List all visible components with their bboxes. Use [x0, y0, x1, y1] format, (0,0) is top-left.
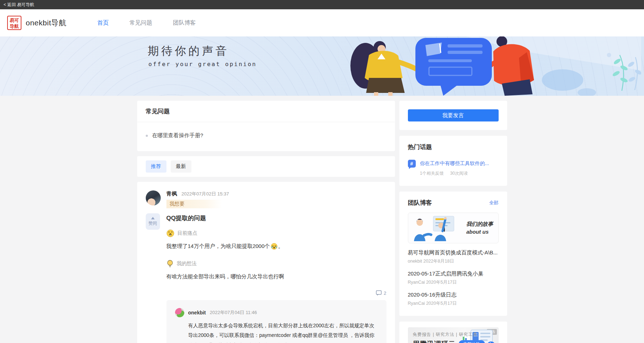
ad-product-name: 用腾讯调研云 — [413, 339, 456, 343]
speak-card: 我要发言 — [399, 101, 507, 130]
comment-count[interactable]: 2 — [166, 290, 386, 296]
upvote-button[interactable]: 赞同 — [146, 213, 160, 230]
blog-item-title[interactable]: 2020-05-17正式启用腾讯兔小巢 — [408, 270, 499, 277]
faq-body: 在哪里查看操作手册? — [137, 122, 395, 151]
pain-section-label: 目前痛点 — [166, 229, 386, 237]
blog-item[interactable]: 2020-05-16升级日志 RyanCai 2020年5月17日 — [408, 292, 499, 307]
idea-section-label: 我的想法 — [166, 260, 386, 268]
nav-item-home[interactable]: 首页 — [97, 19, 109, 27]
right-column: 我要发言 热门话题 # 你在工作中有哪些工具软件的... 1个相关反馈 30次阅… — [399, 101, 507, 343]
banner-subtitle: offer your great opinion — [149, 61, 257, 68]
logo-line-2: 导航 — [8, 23, 21, 29]
blog-item-meta: RyanCai 2020年5月17日 — [408, 300, 499, 307]
blog-item-meta: onekbit 2022年8月18日 — [408, 258, 499, 264]
team-blog-card: 团队博客 全部 — [399, 192, 507, 316]
nav-item-faq[interactable]: 常见问题 — [129, 19, 152, 27]
comment-count-value: 2 — [384, 290, 386, 296]
left-column: 常见问题 在哪里查看操作手册? 推荐 最新 青枫 — [137, 101, 395, 343]
ad-tagline: 免费报告 | 研究方法 | 研究工具 — [413, 332, 485, 338]
blog-item-title[interactable]: 易可导航网首页切换成百度模式-A\B... — [408, 249, 499, 256]
ad-text: 免费报告 | 研究方法 | 研究工具 用腾讯调研云 立即体验 — [413, 332, 485, 343]
bullet-dot-icon — [146, 135, 148, 137]
reply-header: onekbit 2022年07月04日 11:46 — [175, 308, 378, 317]
blog-item-title[interactable]: 2020-05-16升级日志 — [408, 292, 499, 298]
blog-item[interactable]: 易可导航网首页切换成百度模式-A\B... onekbit 2022年8月18日 — [408, 249, 499, 264]
topic-text[interactable]: 你在工作中有哪些工具软件的... — [420, 160, 489, 167]
faq-item-text: 在哪里查看操作手册? — [152, 132, 203, 139]
post-content: QQ提取的问题 目前痛点 我整理了 — [166, 213, 386, 343]
post-author-avatar[interactable] — [146, 190, 161, 205]
comment-bubble-icon — [376, 290, 382, 296]
post-author-name[interactable]: 青枫 — [166, 190, 177, 197]
reply-date: 2022年07月04日 11:46 — [210, 309, 257, 316]
upvote-label: 赞同 — [149, 220, 157, 227]
post-category-tag: 我想要 — [166, 200, 222, 208]
idea-label-text: 我的想法 — [177, 260, 197, 267]
blog-all-link[interactable]: 全部 — [489, 200, 499, 206]
idea-text-main: 有啥方法能全部导出来吗，哪怕分几次导出也行啊 — [166, 273, 284, 280]
reply-author-avatar[interactable] — [175, 308, 184, 317]
hot-topics-card: 热门话题 # 你在工作中有哪些工具软件的... 1个相关反馈 30次阅读 — [399, 136, 507, 186]
hero-banner: 期待你的声音 offer your great opinion — [0, 36, 644, 96]
back-link[interactable]: < 返回 易可导航 — [4, 2, 34, 8]
post-author-block: 青枫 2022年07月02日 15:37 我想要 — [166, 190, 229, 208]
blog-banner-image[interactable]: 我们的故事 about us — [408, 213, 499, 243]
post-card: 青枫 2022年07月02日 15:37 我想要 赞同 QQ提 — [137, 182, 395, 343]
ad-card: 广告 — [399, 322, 507, 343]
feed-tabs-card: 推荐 最新 — [137, 156, 395, 177]
topic-read-count: 30次阅读 — [450, 170, 468, 177]
reply-text: 有人恶意导出太多会导致系统宕机，目前大部分群上线在2000左右，所以就规定单次导… — [188, 321, 378, 343]
nav-item-blog[interactable]: 团队博客 — [173, 19, 196, 27]
pain-text: 我整理了14万个用户，为啥只能提取2000个 。 — [166, 243, 386, 250]
ad-banner[interactable]: 广告 — [408, 327, 499, 343]
about-us-text: 我们的故事 about us — [466, 220, 493, 236]
faq-item[interactable]: 在哪里查看操作手册? — [146, 132, 386, 139]
about-us-illustration — [411, 215, 457, 241]
faq-title: 常见问题 — [137, 101, 395, 122]
hot-topics-title: 热门话题 — [408, 143, 499, 151]
pain-text-main: 我整理了14万个用户，为啥只能提取2000个 — [166, 243, 270, 250]
logo-line-1: 易可 — [8, 17, 21, 23]
post-body: 赞同 QQ提取的问题 — [146, 213, 386, 343]
banner-title: 期待你的声音 — [148, 44, 229, 59]
faq-card: 常见问题 在哪里查看操作手册? — [137, 101, 395, 151]
tab-recommended[interactable]: 推荐 — [146, 160, 166, 173]
new-post-button[interactable]: 我要发言 — [408, 109, 499, 121]
topbar: < 返回 易可导航 — [0, 0, 644, 9]
hashtag-icon: # — [408, 160, 416, 168]
page: < 返回 易可导航 易可 导航 onekbit导航 首页 常见问题 团队博客 — [0, 0, 644, 343]
main-nav: 首页 常见问题 团队博客 — [97, 19, 196, 27]
tab-latest[interactable]: 最新 — [171, 160, 191, 173]
pain-text-suffix: 。 — [278, 243, 284, 250]
topic-feedback-count: 1个相关反馈 — [420, 170, 444, 177]
about-us-line1: 我们的故事 — [466, 220, 493, 228]
about-us-line2: about us — [466, 228, 493, 236]
pain-face-icon — [166, 229, 174, 237]
site-logo[interactable]: 易可 导航 — [7, 16, 21, 30]
topic-meta: 1个相关反馈 30次阅读 — [420, 170, 499, 177]
reply-item: onekbit 2022年07月04日 11:46 有人恶意导出太多会导致系统宕… — [175, 308, 378, 343]
crying-face-icon — [271, 243, 278, 250]
banner-content: 期待你的声音 offer your great opinion — [137, 36, 507, 96]
blog-item[interactable]: 2020-05-17正式启用腾讯兔小巢 RyanCai 2020年5月17日 — [408, 270, 499, 285]
topic-item[interactable]: # 你在工作中有哪些工具软件的... 1个相关反馈 30次阅读 — [408, 160, 499, 177]
pain-label-text: 目前痛点 — [178, 230, 198, 237]
post-header: 青枫 2022年07月02日 15:37 我想要 — [146, 190, 386, 208]
lightbulb-icon — [166, 260, 174, 268]
ad-cta-button[interactable]: 立即体验 — [459, 340, 485, 343]
main-content: 常见问题 在哪里查看操作手册? 推荐 最新 青枫 — [137, 96, 507, 343]
post-title[interactable]: QQ提取的问题 — [166, 214, 386, 222]
upvote-arrow-icon — [151, 217, 155, 219]
idea-text: 有啥方法能全部导出来吗，哪怕分几次导出也行啊 — [166, 273, 386, 280]
brand-title: onekbit导航 — [26, 18, 66, 28]
reply-author-name[interactable]: onekbit — [188, 310, 206, 315]
vote-gutter: 赞同 — [146, 213, 166, 343]
site-header: 易可 导航 onekbit导航 首页 常见问题 团队博客 — [0, 9, 644, 36]
replies-container: onekbit 2022年07月04日 11:46 有人恶意导出太多会导致系统宕… — [166, 300, 386, 343]
blog-item-meta: RyanCai 2020年5月17日 — [408, 279, 499, 285]
post-date: 2022年07月02日 15:37 — [181, 191, 229, 197]
team-blog-title: 团队博客 — [408, 199, 432, 207]
